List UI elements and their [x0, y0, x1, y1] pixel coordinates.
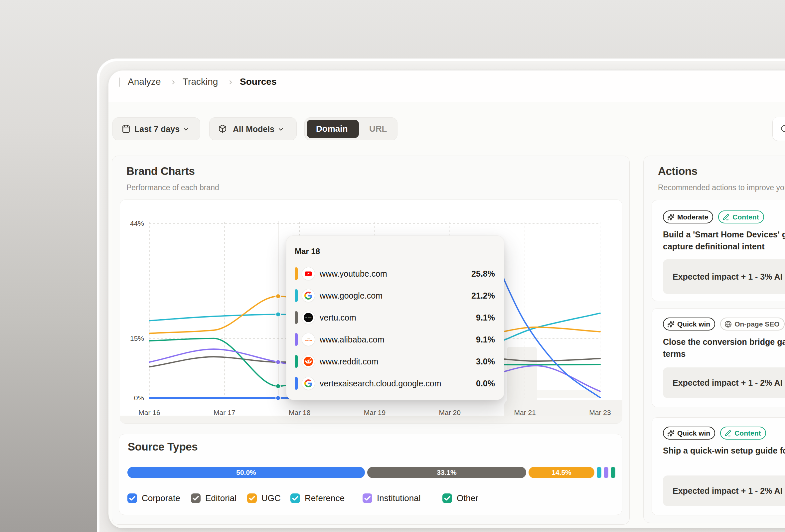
svg-text:Mar 17: Mar 17 — [213, 409, 235, 416]
svg-text:VERTU: VERTU — [305, 317, 312, 319]
svg-text:Mar 19: Mar 19 — [364, 409, 385, 416]
svg-text:Mar 20: Mar 20 — [439, 409, 461, 416]
svg-text:Mar 23: Mar 23 — [589, 409, 611, 416]
svg-text:0%: 0% — [134, 394, 144, 402]
svg-text:15%: 15% — [130, 335, 144, 342]
svg-text:Mar 16: Mar 16 — [138, 409, 160, 416]
svg-text:Mar 21: Mar 21 — [514, 409, 536, 416]
svg-text:Mar 18: Mar 18 — [289, 409, 310, 416]
svg-text:1688: 1688 — [307, 338, 310, 340]
svg-text:Alibaba: Alibaba — [304, 340, 312, 342]
svg-text:44%: 44% — [130, 219, 144, 227]
